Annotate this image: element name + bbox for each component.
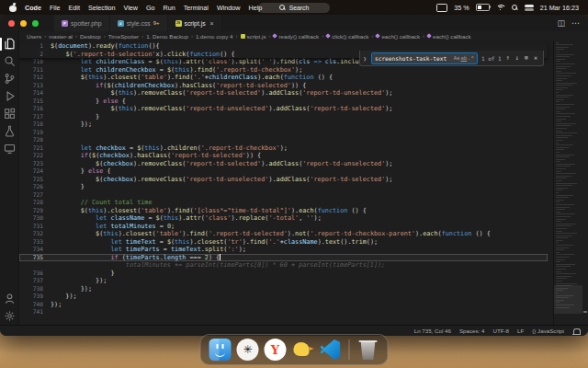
code-line[interactable]: 728 // Count total time bbox=[19, 199, 548, 207]
code-line[interactable]: 724 } else { bbox=[19, 167, 548, 176]
dock-finder-icon[interactable] bbox=[209, 339, 232, 361]
line-number[interactable]: 710 bbox=[19, 58, 51, 66]
menu-item-file[interactable]: File bbox=[50, 4, 61, 12]
code-line[interactable]: 723 $(checkbox).removeClass('report-td-s… bbox=[19, 160, 548, 168]
code-line[interactable]: 711 let childrenCheckbox = $(this).find(… bbox=[19, 66, 548, 75]
breadcrumb-item[interactable]: each() callback bbox=[427, 33, 471, 40]
line-number[interactable]: 711 bbox=[19, 66, 51, 75]
code-line[interactable]: 737 }); bbox=[19, 277, 548, 285]
code-line[interactable]: 719 bbox=[19, 129, 548, 137]
minimap-slider[interactable] bbox=[554, 285, 582, 314]
menu-item-edit[interactable]: Edit bbox=[69, 4, 80, 12]
line-number[interactable]: 714 bbox=[19, 89, 51, 98]
control-center-icon[interactable] bbox=[525, 5, 534, 11]
menu-item-view[interactable]: View bbox=[124, 4, 138, 12]
code-line[interactable]: totalMinutes += parseInt(timeParts[0]) *… bbox=[19, 261, 548, 270]
sticky-line[interactable]: 1$(document).ready(function(){ bbox=[19, 42, 548, 51]
line-number[interactable]: 735 bbox=[19, 254, 51, 262]
code-line[interactable]: 734 let timeParts = timeText.split(':'); bbox=[19, 246, 548, 254]
close-window-button[interactable] bbox=[8, 20, 15, 27]
code-line[interactable]: 721 let checkbox = $(this).children('.re… bbox=[19, 144, 548, 153]
code-line[interactable]: 733 let timeText = $(this).closest('tr')… bbox=[19, 238, 548, 247]
code-line[interactable]: 715 } else { bbox=[19, 98, 548, 106]
status-javascript[interactable]: {}JavaScript bbox=[532, 328, 564, 334]
dock-chatgpt-icon[interactable] bbox=[237, 339, 259, 361]
line-number[interactable]: 739 bbox=[19, 293, 51, 301]
breadcrumb-item[interactable]: TimeSpotter bbox=[108, 33, 139, 40]
minimap[interactable] bbox=[553, 40, 582, 325]
line-number[interactable]: 717 bbox=[19, 113, 51, 121]
line-number[interactable]: 725 bbox=[19, 176, 51, 184]
line-number[interactable]: 719 bbox=[19, 129, 51, 137]
line-number[interactable]: 730 bbox=[19, 214, 51, 223]
status-spaces-4[interactable]: Spaces: 4 bbox=[459, 328, 485, 334]
find-next-icon[interactable]: ↓ bbox=[514, 54, 520, 62]
line-number[interactable]: 734 bbox=[19, 246, 51, 254]
dock-trash-icon[interactable] bbox=[357, 339, 379, 361]
toggle-replace-icon[interactable]: ❯ bbox=[362, 55, 368, 62]
code-line[interactable]: 730 let className = $(this).attr('class'… bbox=[19, 214, 548, 223]
line-number[interactable]: 736 bbox=[19, 270, 51, 278]
line-number[interactable]: 712 bbox=[19, 74, 51, 82]
code-line[interactable]: 722 if($(checkbox).hasClass('report-td-s… bbox=[19, 152, 548, 160]
match-case-icon[interactable]: Aa bbox=[454, 55, 460, 61]
line-number[interactable]: 728 bbox=[19, 199, 51, 207]
battery-icon[interactable] bbox=[476, 4, 490, 12]
line-number[interactable]: 722 bbox=[19, 152, 51, 160]
breadcrumb-item[interactable]: Desktop bbox=[80, 33, 101, 40]
line-number[interactable]: 727 bbox=[19, 191, 51, 200]
tab-style.css[interactable]: #style.css9+ bbox=[110, 15, 168, 31]
breadcrumb-item[interactable]: 1. Demo Backup bbox=[146, 33, 188, 40]
code-line[interactable]: 718 }); bbox=[19, 121, 548, 129]
dock-yandex-browser-icon[interactable] bbox=[265, 339, 287, 361]
tab-spotter.php[interactable]: Pspotter.php bbox=[54, 15, 110, 31]
line-number[interactable]: 720 bbox=[19, 136, 51, 144]
code-line[interactable]: 738 }); bbox=[19, 285, 548, 293]
code-line[interactable]: 712 $(this).closest('table').find('.'+ch… bbox=[19, 74, 548, 82]
tab-script.js[interactable]: JSscript.js× bbox=[168, 15, 222, 31]
dock-cyberduck-icon[interactable] bbox=[292, 339, 314, 361]
code-line[interactable]: 739 }); bbox=[19, 293, 548, 301]
code-line[interactable]: 727 bbox=[19, 191, 548, 200]
code-line[interactable]: 740}); bbox=[19, 301, 548, 309]
minimize-window-button[interactable] bbox=[20, 20, 27, 27]
breadcrumb-item[interactable]: master-al bbox=[49, 33, 73, 40]
line-number[interactable]: 737 bbox=[19, 277, 51, 285]
code-line[interactable]: 720 bbox=[19, 136, 548, 144]
close-tab-icon[interactable]: × bbox=[210, 20, 214, 27]
explorer-icon[interactable] bbox=[0, 35, 18, 52]
status-ln-735-col-46[interactable]: Ln 735, Col 46 bbox=[414, 328, 451, 334]
line-number[interactable]: 713 bbox=[19, 82, 51, 90]
display-icon[interactable] bbox=[436, 4, 447, 12]
menu-item-code[interactable]: Code bbox=[25, 4, 41, 12]
find-previous-icon[interactable]: ↑ bbox=[505, 54, 511, 62]
overview-ruler[interactable] bbox=[582, 40, 588, 325]
line-number[interactable]: 726 bbox=[19, 183, 51, 191]
breadcrumb-item[interactable]: each() callback bbox=[376, 33, 420, 40]
regex-icon[interactable]: .* bbox=[468, 55, 474, 61]
code-line[interactable]: 732 $(this).closest('table').find('.repo… bbox=[19, 230, 548, 238]
line-number[interactable]: 741 bbox=[19, 308, 51, 316]
line-number[interactable]: 729 bbox=[19, 207, 51, 215]
wifi-icon[interactable] bbox=[496, 4, 505, 11]
code-line[interactable]: 714 $(this).removeClass('report-td-selec… bbox=[19, 89, 548, 98]
run-debug-icon[interactable] bbox=[0, 87, 18, 105]
code-line[interactable]: 731 let totalMinutes = 0; bbox=[19, 223, 548, 231]
dock-vscode-icon[interactable] bbox=[320, 339, 342, 361]
line-number[interactable] bbox=[19, 261, 51, 270]
account-icon[interactable] bbox=[0, 290, 18, 307]
settings-icon[interactable] bbox=[0, 307, 18, 325]
menu-item-window[interactable]: Window bbox=[217, 4, 241, 12]
menu-item-selection[interactable]: Selection bbox=[88, 4, 116, 12]
source-control-icon[interactable] bbox=[0, 70, 18, 87]
menu-clock[interactable]: 21 Mar 16:23 bbox=[540, 4, 579, 12]
extensions-icon[interactable] bbox=[0, 105, 18, 122]
line-number[interactable]: 721 bbox=[19, 144, 51, 153]
find-in-selection-icon[interactable]: ≡ bbox=[524, 54, 529, 62]
code-line[interactable]: 735 if (timeParts.length === 2) { bbox=[19, 254, 548, 262]
status-lf[interactable]: LF bbox=[517, 328, 524, 334]
menu-search-icon[interactable] bbox=[512, 5, 518, 11]
code-line[interactable]: 725 $(checkbox).removeClass('report-td-u… bbox=[19, 176, 548, 184]
code-line[interactable]: 713 if($(childrenCheckbox).hasClass('rep… bbox=[19, 82, 548, 90]
menu-item-run[interactable]: Run bbox=[164, 4, 175, 12]
